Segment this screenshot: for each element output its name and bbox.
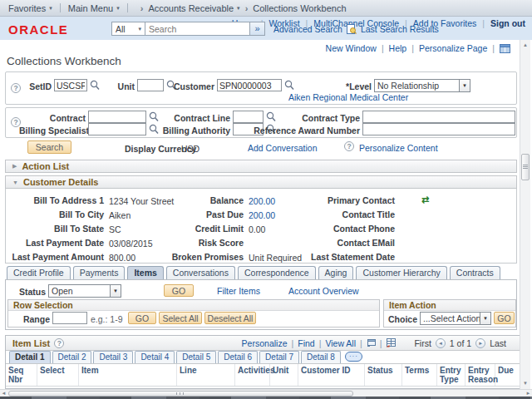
add-conversation-link[interactable]: Add Conversation — [248, 143, 317, 153]
help-icon[interactable]: ? — [344, 141, 354, 151]
view-all-link[interactable]: View All — [325, 338, 356, 348]
detail-tab-4[interactable]: Detail 4 — [135, 351, 175, 363]
detail-tab-3[interactable]: Detail 3 — [93, 351, 133, 363]
item-list-header: Item List ? Personalize| Find| View All|… — [6, 336, 525, 351]
links-divider: | — [382, 43, 384, 53]
advanced-search-link[interactable]: Advanced Search — [273, 24, 342, 34]
find-link[interactable]: Find — [298, 338, 314, 348]
action-list-section-header[interactable]: ▶ Action List — [5, 160, 517, 173]
personalize-grid-link[interactable]: Personalize — [242, 338, 288, 348]
personalize-page-icon[interactable] — [500, 44, 510, 53]
tab-customer-hierarchy[interactable]: Customer Hierarchy — [356, 266, 446, 279]
last-payment-amount-label: Last Payment Amount — [6, 252, 104, 262]
action-list-title: Action List — [22, 161, 69, 171]
show-all-columns-icon[interactable]: ··· — [345, 352, 362, 362]
unit-label: Unit — [97, 81, 135, 92]
vertical-scrollbar[interactable]: ▲ ▼ — [520, 40, 530, 389]
tab-credit-profile[interactable]: Credit Profile — [7, 266, 71, 279]
customer-details-section-header[interactable]: ▼ Customer Details — [5, 175, 517, 189]
billing-specialist-input[interactable] — [88, 123, 146, 135]
item-action-groupbox: Item Action Choice ...Select Action ▼ GO — [383, 299, 516, 328]
grid-toolbar: Personalize| Find| View All| | — [242, 338, 397, 348]
horizontal-scrollbar-thumb[interactable] — [8, 391, 353, 397]
dropdown-arrow-icon: ▼ — [480, 313, 490, 324]
detail-tab-6[interactable]: Detail 6 — [218, 351, 258, 363]
select-all-button[interactable]: Select All — [159, 312, 202, 324]
deselect-all-button[interactable]: Deselect All — [204, 312, 256, 324]
last-statement-date-label: Last Statement Date — [305, 252, 395, 262]
detail-tab-7[interactable]: Detail 7 — [259, 351, 299, 363]
col-seq-nbr: Seq Nbr — [6, 364, 37, 386]
scroll-up-icon[interactable]: ▲ — [520, 41, 530, 50]
new-window-link[interactable]: New Window — [326, 43, 377, 53]
expand-arrow-icon: ▶ — [12, 163, 17, 170]
item-action-go-button[interactable]: GO — [494, 312, 515, 324]
last-search-results-link[interactable]: Last Search Results — [361, 24, 439, 34]
download-grid-icon[interactable] — [386, 338, 396, 347]
pager-first-label: First — [414, 338, 431, 348]
scroll-right-icon[interactable]: ► — [525, 390, 532, 397]
help-icon[interactable]: ? — [11, 83, 21, 93]
contract-input[interactable] — [88, 111, 146, 123]
pager-last-label: Last — [490, 338, 506, 348]
detail-tabs: Detail 1 Detail 2 Detail 3 Detail 4 Deta… — [6, 351, 525, 364]
help-icon[interactable]: ? — [54, 338, 64, 348]
detail-tab-8[interactable]: Detail 8 — [301, 351, 341, 363]
contract-type-input[interactable] — [362, 111, 515, 123]
breadcrumb-collections-workbench[interactable]: Collections Workbench — [253, 3, 346, 13]
col-customer-id: Customer ID — [298, 364, 365, 386]
range-go-button[interactable]: GO — [128, 312, 156, 324]
page-title: Collections Workbench — [7, 55, 121, 67]
detail-tab-1[interactable]: Detail 1 — [9, 351, 51, 363]
reference-award-label: Reference Award Number — [252, 125, 360, 136]
search-input[interactable] — [145, 22, 250, 36]
reference-award-input[interactable] — [362, 123, 515, 135]
sign-out-link[interactable]: Sign out — [490, 18, 525, 28]
help-link[interactable]: Help — [389, 43, 407, 53]
zoom-grid-icon[interactable] — [367, 339, 376, 347]
search-scope-select[interactable]: All ▾ — [111, 22, 145, 36]
bill-to-city-label: Bill To City — [6, 209, 104, 219]
col-item: Item — [79, 364, 177, 386]
pager-prev-icon[interactable]: ◄ — [436, 338, 446, 348]
breadcrumb-favorites[interactable]: Favorites ▾ — [8, 3, 52, 13]
tab-conversations[interactable]: Conversations — [166, 266, 235, 279]
tab-payments[interactable]: Payments — [73, 266, 126, 279]
choice-value: ...Select Action — [421, 313, 480, 323]
customer-input[interactable] — [217, 79, 282, 91]
search-button[interactable]: Search — [27, 140, 71, 154]
vertical-scrollbar-thumb[interactable] — [521, 154, 530, 180]
choice-select[interactable]: ...Select Action ▼ — [420, 312, 491, 325]
pager-next-icon[interactable]: ► — [475, 338, 485, 348]
items-tab-panel: Status Open ▼ GO Filter Items Account Ov… — [5, 279, 517, 330]
search-submit-button[interactable]: » — [250, 22, 265, 36]
detail-tab-2[interactable]: Detail 2 — [52, 351, 92, 363]
status-go-button[interactable]: GO — [164, 284, 194, 297]
oracle-logo: ORACLE — [8, 22, 68, 37]
setid-input[interactable] — [54, 79, 87, 91]
account-overview-link[interactable]: Account Overview — [288, 286, 359, 296]
breadcrumb-accounts-receivable[interactable]: Accounts Receivable ▾ — [148, 3, 239, 13]
transfer-to-contact-icon[interactable]: ⇄ — [421, 195, 429, 204]
tab-items[interactable]: Items — [127, 266, 163, 279]
personalize-content-link[interactable]: Personalize Content — [359, 143, 438, 153]
status-select[interactable]: Open ▼ — [48, 284, 121, 298]
tab-contracts[interactable]: Contracts — [450, 266, 500, 279]
tab-correspondence[interactable]: Correspondence — [238, 266, 316, 279]
level-select[interactable]: No Relationship ▼ — [374, 79, 470, 92]
contact-email-label: Contact EMail — [305, 238, 395, 248]
customer-lookup-icon[interactable] — [284, 80, 294, 91]
balance-value-link[interactable]: 200.00 — [249, 195, 275, 207]
detail-tab-5[interactable]: Detail 5 — [176, 351, 216, 363]
customer-name-link[interactable]: Aiken Regional Medical Center — [288, 92, 408, 102]
personalize-page-link[interactable]: Personalize Page — [419, 43, 487, 53]
page-utility-links: New Window| Help| Personalize Page| — [326, 43, 510, 53]
scroll-left-icon[interactable]: ◄ — [0, 390, 7, 397]
past-due-value-link[interactable]: 200.00 — [249, 209, 275, 221]
breadcrumb-main-menu[interactable]: Main Menu ▾ — [68, 3, 120, 13]
range-input[interactable] — [52, 312, 87, 324]
filter-items-link[interactable]: Filter Items — [217, 286, 260, 296]
scroll-down-icon[interactable]: ▼ — [520, 379, 530, 388]
tab-aging[interactable]: Aging — [318, 266, 354, 279]
horizontal-scrollbar[interactable]: ◄ ► — [0, 389, 532, 397]
